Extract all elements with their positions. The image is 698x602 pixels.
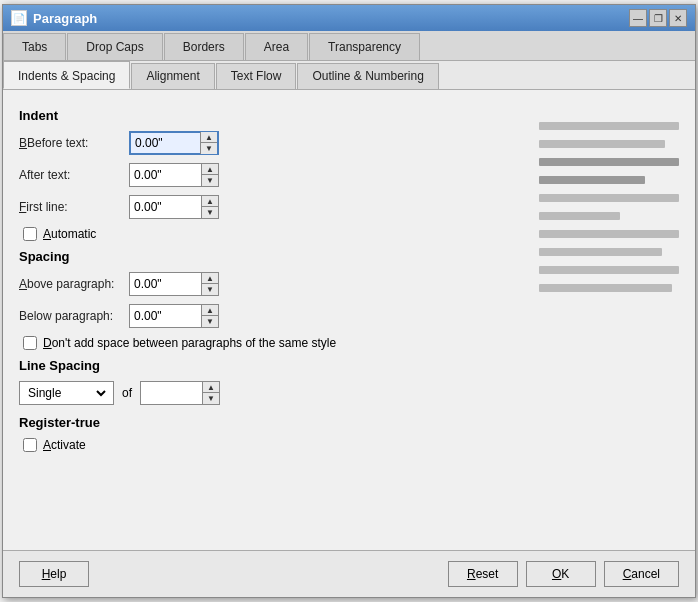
- above-paragraph-row: Above paragraph: ▲ ▼: [19, 272, 527, 296]
- indent-section-title: Indent: [19, 108, 527, 123]
- line-spacing-select[interactable]: Single 1.5 Lines Double Proportional At …: [24, 385, 109, 401]
- tab-row-2: Indents & Spacing Alignment Text Flow Ou…: [3, 61, 695, 90]
- preview-line-10: [539, 284, 672, 292]
- before-text-spinners: ▲ ▼: [200, 132, 217, 154]
- line-spacing-of-field[interactable]: [141, 384, 202, 402]
- first-line-input[interactable]: ▲ ▼: [129, 195, 219, 219]
- footer-left: Help: [19, 561, 89, 587]
- above-paragraph-spinners: ▲ ▼: [201, 273, 218, 295]
- preview-line-9: [539, 266, 679, 274]
- below-paragraph-label: Below paragraph:: [19, 309, 129, 323]
- above-paragraph-field[interactable]: [130, 275, 201, 293]
- preview-line-2: [539, 140, 665, 148]
- before-text-up[interactable]: ▲: [201, 132, 217, 143]
- footer-right: Reset OK Cancel: [448, 561, 679, 587]
- first-line-spinners: ▲ ▼: [201, 196, 218, 218]
- before-text-row: BBefore text: 0.00" ▲ ▼: [19, 131, 527, 155]
- spacing-section-title: Spacing: [19, 249, 527, 264]
- automatic-checkbox[interactable]: [23, 227, 37, 241]
- automatic-label[interactable]: Automatic: [43, 227, 96, 241]
- preview-line-4: [539, 176, 645, 184]
- tab-area[interactable]: Area: [245, 33, 308, 60]
- preview-line-7: [539, 230, 679, 238]
- ok-button[interactable]: OK: [526, 561, 596, 587]
- automatic-row: Automatic: [23, 227, 527, 241]
- tab-alignment[interactable]: Alignment: [131, 63, 214, 89]
- below-paragraph-field[interactable]: [130, 307, 201, 325]
- before-text-down[interactable]: ▼: [201, 143, 217, 154]
- window-icon: 📄: [11, 10, 27, 26]
- after-text-field[interactable]: [130, 166, 201, 184]
- titlebar-left: 📄 Paragraph: [11, 10, 97, 26]
- dialog-window: 📄 Paragraph — ❐ ✕ Tabs Drop Caps Borders…: [2, 4, 696, 598]
- after-text-down[interactable]: ▼: [202, 175, 218, 186]
- line-spacing-of-spinners: ▲ ▼: [202, 382, 219, 404]
- first-line-down[interactable]: ▼: [202, 207, 218, 218]
- tab-transparency[interactable]: Transparency: [309, 33, 420, 60]
- tab-tabs[interactable]: Tabs: [3, 33, 66, 60]
- tab-outline-numbering[interactable]: Outline & Numbering: [297, 63, 438, 89]
- first-line-field[interactable]: [130, 198, 201, 216]
- above-paragraph-down[interactable]: ▼: [202, 284, 218, 295]
- titlebar: 📄 Paragraph — ❐ ✕: [3, 5, 695, 31]
- after-text-row: After text: ▲ ▼: [19, 163, 527, 187]
- before-text-label: BBefore text:: [19, 136, 129, 150]
- above-paragraph-up[interactable]: ▲: [202, 273, 218, 284]
- preview-line-3: [539, 158, 679, 166]
- help-button[interactable]: Help: [19, 561, 89, 587]
- preview-line-5: [539, 194, 679, 202]
- first-line-up[interactable]: ▲: [202, 196, 218, 207]
- line-spacing-of-down[interactable]: ▼: [203, 393, 219, 404]
- below-paragraph-row: Below paragraph: ▲ ▼: [19, 304, 527, 328]
- of-label: of: [122, 386, 132, 400]
- minimize-button[interactable]: —: [629, 9, 647, 27]
- after-text-input[interactable]: ▲ ▼: [129, 163, 219, 187]
- activate-checkbox[interactable]: [23, 438, 37, 452]
- first-line-row: First line: ▲ ▼: [19, 195, 527, 219]
- after-text-spinners: ▲ ▼: [201, 164, 218, 186]
- titlebar-buttons: — ❐ ✕: [629, 9, 687, 27]
- below-paragraph-down[interactable]: ▼: [202, 316, 218, 327]
- before-text-field[interactable]: 0.00": [131, 134, 200, 152]
- register-true-title: Register-true: [19, 415, 527, 430]
- preview-line-6: [539, 212, 620, 220]
- preview-line-1: [539, 122, 679, 130]
- cancel-button[interactable]: Cancel: [604, 561, 679, 587]
- tab-indents-spacing[interactable]: Indents & Spacing: [3, 61, 130, 89]
- tab-borders[interactable]: Borders: [164, 33, 244, 60]
- line-spacing-of-input[interactable]: ▲ ▼: [140, 381, 220, 405]
- below-paragraph-up[interactable]: ▲: [202, 305, 218, 316]
- below-paragraph-input[interactable]: ▲ ▼: [129, 304, 219, 328]
- line-spacing-select-wrap[interactable]: Single 1.5 Lines Double Proportional At …: [19, 381, 114, 405]
- tab-text-flow[interactable]: Text Flow: [216, 63, 297, 89]
- close-button[interactable]: ✕: [669, 9, 687, 27]
- above-paragraph-input[interactable]: ▲ ▼: [129, 272, 219, 296]
- footer: Help Reset OK Cancel: [3, 550, 695, 597]
- preview-panel: [539, 102, 679, 538]
- dont-add-checkbox[interactable]: [23, 336, 37, 350]
- first-line-label: First line:: [19, 200, 129, 214]
- reset-button[interactable]: Reset: [448, 561, 518, 587]
- after-text-label: After text:: [19, 168, 129, 182]
- activate-label[interactable]: Activate: [43, 438, 86, 452]
- after-text-up[interactable]: ▲: [202, 164, 218, 175]
- tab-row-1: Tabs Drop Caps Borders Area Transparency: [3, 31, 695, 61]
- line-spacing-of-up[interactable]: ▲: [203, 382, 219, 393]
- before-text-input[interactable]: 0.00" ▲ ▼: [129, 131, 219, 155]
- restore-button[interactable]: ❐: [649, 9, 667, 27]
- below-paragraph-spinners: ▲ ▼: [201, 305, 218, 327]
- left-panel: Indent BBefore text: 0.00" ▲ ▼ After tex…: [19, 102, 527, 538]
- dont-add-label[interactable]: Don't add space between paragraphs of th…: [43, 336, 336, 350]
- content-area: Indent BBefore text: 0.00" ▲ ▼ After tex…: [3, 90, 695, 550]
- preview-line-8: [539, 248, 662, 256]
- tab-drop-caps[interactable]: Drop Caps: [67, 33, 162, 60]
- line-spacing-title: Line Spacing: [19, 358, 527, 373]
- activate-row: Activate: [23, 438, 527, 452]
- dont-add-space-row: Don't add space between paragraphs of th…: [23, 336, 527, 350]
- line-spacing-row: Single 1.5 Lines Double Proportional At …: [19, 381, 527, 405]
- above-paragraph-label: Above paragraph:: [19, 277, 129, 291]
- window-title: Paragraph: [33, 11, 97, 26]
